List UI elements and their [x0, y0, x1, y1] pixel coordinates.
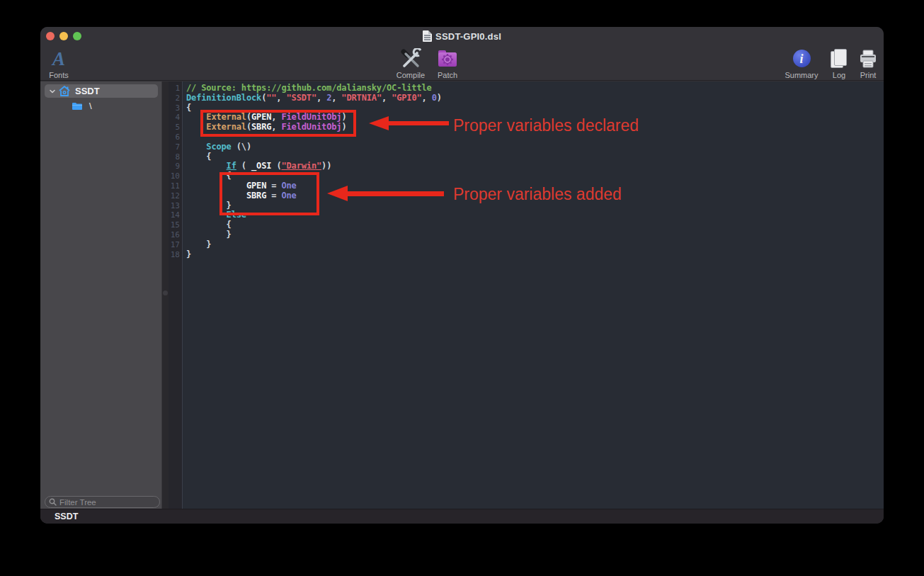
- patch-folder-icon: [437, 47, 458, 69]
- sidebar-divider[interactable]: [161, 81, 169, 509]
- patch-button[interactable]: Patch: [432, 47, 463, 79]
- summary-button[interactable]: i Summary: [780, 47, 823, 79]
- search-icon: [49, 498, 57, 506]
- window-title: SSDT-GPI0.dsl: [435, 31, 501, 42]
- compile-button[interactable]: Compile: [391, 47, 430, 79]
- log-button[interactable]: Log: [826, 47, 852, 79]
- home-icon: [59, 86, 70, 96]
- content-area: SSDT \: [40, 81, 884, 509]
- summary-label: Summary: [785, 71, 818, 79]
- log-label: Log: [833, 71, 845, 79]
- chevron-down-icon[interactable]: [49, 88, 56, 95]
- filter-tree-field[interactable]: [45, 496, 160, 508]
- title-bar[interactable]: SSDT-GPI0.dsl: [40, 27, 884, 45]
- sidebar-tree: SSDT \: [40, 81, 161, 509]
- code-lines[interactable]: // Source: https://github.com/daliansky/…: [186, 84, 884, 259]
- tree-item-label: \: [89, 101, 92, 111]
- status-bar: SSDT: [40, 509, 884, 524]
- folder-icon: [72, 102, 83, 111]
- print-button[interactable]: Print: [855, 47, 881, 79]
- status-path-label: SSDT: [55, 512, 78, 521]
- fonts-label: Fonts: [49, 71, 69, 79]
- line-numbers: 123456789101112131415161718: [169, 81, 183, 509]
- filter-tree-input[interactable]: [59, 498, 169, 507]
- print-icon: [858, 47, 878, 69]
- code-editor[interactable]: 123456789101112131415161718 // Source: h…: [169, 81, 884, 509]
- summary-info-icon: i: [793, 50, 811, 67]
- divider-handle[interactable]: [163, 290, 168, 295]
- compile-tools-icon: [400, 47, 421, 69]
- desktop-background: SSDT-GPI0.dsl A Fonts Compile: [0, 0, 924, 576]
- tree-item-root-scope[interactable]: \: [40, 100, 161, 112]
- tree-item-label: SSDT: [75, 86, 100, 96]
- log-pages-icon: [831, 49, 848, 69]
- print-label: Print: [860, 71, 877, 79]
- fonts-icon: A: [52, 49, 65, 69]
- toolbar: A Fonts Compile: [40, 45, 884, 81]
- document-icon: [423, 30, 432, 42]
- patch-label: Patch: [438, 71, 457, 79]
- tree-item-ssdt[interactable]: SSDT: [45, 84, 158, 98]
- maciasl-window: SSDT-GPI0.dsl A Fonts Compile: [40, 27, 884, 524]
- compile-label: Compile: [397, 71, 425, 79]
- fonts-button[interactable]: A Fonts: [45, 47, 73, 79]
